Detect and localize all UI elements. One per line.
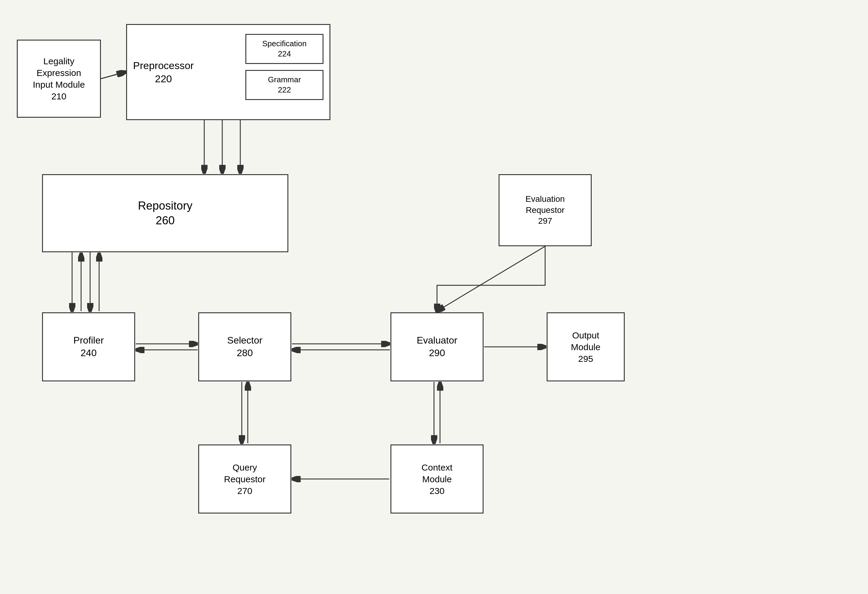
grammar-box: Grammar222 [245,70,323,100]
output-module-label: OutputModule295 [571,329,601,364]
specification-box: Specification224 [245,34,323,64]
query-requestor-box: QueryRequestor270 [198,444,291,513]
legality-label: LegalityExpressionInput Module210 [33,55,85,102]
grammar-label: Grammar222 [268,75,301,95]
evaluator-box: Evaluator290 [390,312,484,382]
evaluation-requestor-label: EvaluationRequestor297 [526,194,565,226]
profiler-box: Profiler240 [42,312,135,382]
repository-box: Repository260 [42,174,288,252]
query-requestor-label: QueryRequestor270 [224,461,266,497]
legality-box: LegalityExpressionInput Module210 [17,40,101,118]
svg-line-3 [101,72,125,79]
profiler-label: Profiler240 [73,334,103,359]
svg-line-4 [101,72,125,79]
preprocessor-label: Preprocessor220 [133,59,194,85]
diagram: LegalityExpressionInput Module210 Prepro… [0,0,868,594]
context-module-label: ContextModule230 [421,461,452,497]
repository-label: Repository260 [138,199,192,228]
evaluation-requestor-box: EvaluationRequestor297 [499,174,592,246]
preprocessor-box: Preprocessor220 Specification224 Grammar… [126,24,331,120]
svg-line-12 [437,246,545,311]
specification-label: Specification224 [262,39,306,59]
context-module-box: ContextModule230 [390,444,484,513]
output-module-box: OutputModule295 [547,312,625,382]
selector-label: Selector280 [227,334,262,359]
selector-box: Selector280 [198,312,291,382]
evaluator-label: Evaluator290 [416,334,457,359]
